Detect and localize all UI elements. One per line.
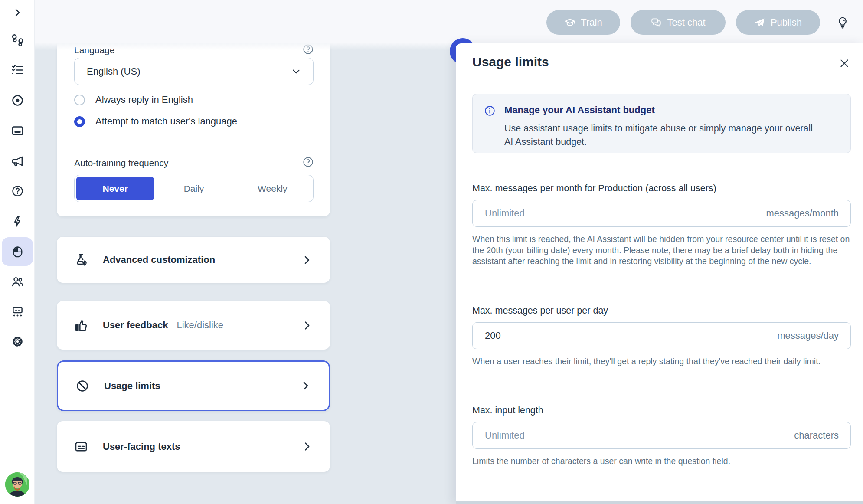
max-messages-day-helper: When a user reaches their limit, they'll… <box>472 356 851 367</box>
test-chat-button[interactable]: Test chat <box>631 10 726 35</box>
usage-limits-panel: Usage limits Manage your AI Assistant bu… <box>456 43 863 504</box>
user-avatar[interactable] <box>5 472 29 497</box>
sidebar-item-tours[interactable] <box>0 27 35 52</box>
blocked-icon <box>75 379 89 393</box>
thumbs-up-icon <box>74 318 88 332</box>
language-select-value: English (US) <box>87 66 140 77</box>
max-messages-day-field: Max. messages per user per day messages/… <box>472 305 851 367</box>
sidebar-item-users[interactable] <box>0 269 35 294</box>
test-chat-label: Test chat <box>667 17 705 28</box>
info-circle-icon <box>484 105 496 117</box>
sidebar-item-ai-assistant[interactable] <box>0 239 35 264</box>
frequency-option-never[interactable]: Never <box>76 177 154 200</box>
mouse-icon <box>11 245 24 259</box>
close-panel-button[interactable] <box>837 56 852 71</box>
banner-icon <box>11 124 24 137</box>
megaphone-icon <box>11 154 24 168</box>
flask-gear-icon <box>74 253 88 267</box>
sidebar <box>0 0 35 504</box>
footprints-icon <box>11 33 24 46</box>
close-icon <box>839 58 850 69</box>
graduation-cap-icon <box>564 17 575 28</box>
sidebar-item-expand[interactable] <box>0 0 35 25</box>
header: Train Test chat Publish <box>35 0 863 43</box>
paper-plane-icon <box>754 17 765 28</box>
max-messages-month-field: Max. messages per month for Production (… <box>472 183 851 267</box>
frequency-segmented-control: Never Daily Weekly <box>74 175 314 202</box>
user-feedback-title: User feedback <box>103 320 168 331</box>
publish-label: Publish <box>771 17 802 28</box>
sidebar-item-announcements[interactable] <box>0 148 35 173</box>
flash-icon <box>11 215 24 228</box>
help-circle-icon <box>11 184 24 198</box>
max-messages-month-input[interactable] <box>472 200 851 227</box>
user-facing-texts-card[interactable]: User-facing texts <box>57 421 330 472</box>
max-input-length-helper: Limits the number of characters a user c… <box>472 456 851 467</box>
chevron-right-icon <box>301 441 313 452</box>
advanced-customization-card[interactable]: Advanced customization <box>57 237 330 283</box>
max-input-length-input[interactable] <box>472 422 851 449</box>
radio-circle-unselected-icon <box>74 95 85 105</box>
audience-icon <box>11 305 24 318</box>
language-select[interactable]: English (US) <box>74 58 314 85</box>
train-button[interactable]: Train <box>546 10 620 35</box>
chevron-down-icon <box>291 66 302 77</box>
chevron-right-icon <box>300 380 311 392</box>
horizontal-scrollbar[interactable] <box>456 501 863 504</box>
sidebar-item-targeting[interactable] <box>0 88 35 113</box>
sidebar-item-checklists[interactable] <box>0 57 35 82</box>
chevron-right-icon <box>12 7 23 18</box>
max-input-length-field: Max. input length characters Limits the … <box>472 405 851 467</box>
avatar-photo <box>5 472 29 497</box>
user-feedback-card[interactable]: User feedback Like/dislike <box>57 301 330 350</box>
radio-circle-selected-icon <box>74 116 85 127</box>
language-label: Language <box>74 45 114 56</box>
app-root: Train Test chat Publish <box>0 0 863 504</box>
user-feedback-mode: Like/dislike <box>177 320 223 331</box>
checklist-icon <box>11 63 24 77</box>
chat-bubbles-icon <box>651 17 662 28</box>
language-help-icon[interactable] <box>302 43 314 55</box>
frequency-option-daily[interactable]: Daily <box>154 177 233 200</box>
chevron-right-icon <box>301 254 313 266</box>
assistant-settings-card: Language English (US) Always reply in En… <box>57 43 330 216</box>
panel-title: Usage limits <box>472 55 549 69</box>
usage-limits-title: Usage limits <box>104 380 160 392</box>
max-messages-day-input[interactable] <box>472 322 851 349</box>
radio-match-language[interactable]: Attempt to match user's language <box>74 116 237 127</box>
max-input-length-label: Max. input length <box>472 405 851 416</box>
advanced-customization-title: Advanced customization <box>103 254 215 265</box>
auto-training-help-icon[interactable] <box>302 156 314 168</box>
budget-info-banner: Manage your AI Assistant budget Use assi… <box>472 94 851 153</box>
max-messages-month-label: Max. messages per month for Production (… <box>472 183 851 194</box>
auto-training-label: Auto-training frequency <box>74 158 168 168</box>
sidebar-item-settings[interactable] <box>0 329 35 354</box>
frequency-option-weekly[interactable]: Weekly <box>233 177 312 200</box>
info-banner-title: Manage your AI Assistant budget <box>504 105 655 117</box>
usage-limits-card[interactable]: Usage limits <box>57 360 330 411</box>
publish-button[interactable]: Publish <box>736 10 820 35</box>
sidebar-item-audience[interactable] <box>0 299 35 324</box>
gear-icon <box>11 335 24 348</box>
card-text-icon <box>74 440 88 454</box>
sidebar-item-banners[interactable] <box>0 118 35 143</box>
train-label: Train <box>581 17 602 28</box>
max-messages-month-helper: When this limit is reached, the AI Assis… <box>472 234 851 267</box>
target-icon <box>11 94 24 107</box>
radio-match-language-label: Attempt to match user's language <box>95 116 237 127</box>
users-icon <box>11 275 24 288</box>
max-messages-day-label: Max. messages per user per day <box>472 305 851 316</box>
chevron-right-icon <box>301 320 313 331</box>
info-banner-body: Use assistant usage limits to mitigate a… <box>504 122 817 149</box>
user-facing-texts-title: User-facing texts <box>103 441 180 452</box>
sidebar-item-help-center[interactable] <box>0 178 35 203</box>
radio-always-english[interactable]: Always reply in English <box>74 94 193 105</box>
lightbulb-icon <box>836 16 849 29</box>
sidebar-item-automations[interactable] <box>0 209 35 234</box>
radio-always-english-label: Always reply in English <box>95 94 193 105</box>
tips-button[interactable] <box>835 15 850 30</box>
